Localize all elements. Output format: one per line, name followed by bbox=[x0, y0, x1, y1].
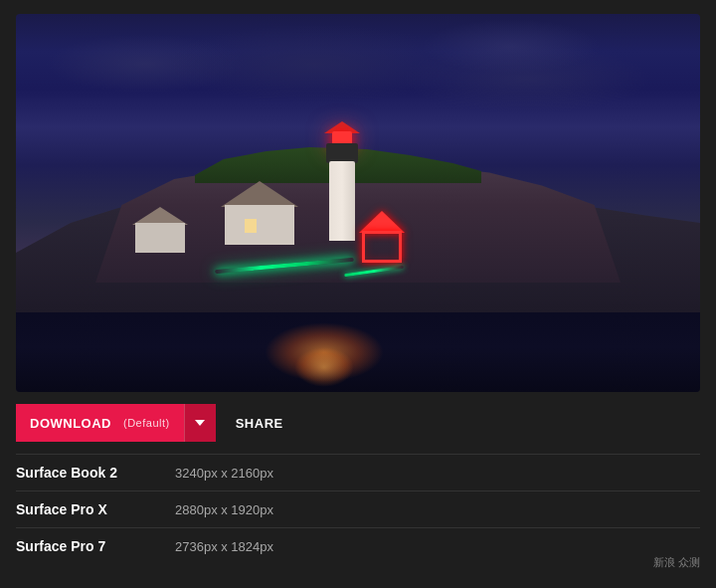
device-resolution-0: 3240px x 2160px bbox=[175, 466, 273, 481]
small-house bbox=[135, 208, 185, 253]
download-dropdown-button[interactable] bbox=[184, 404, 216, 442]
download-button-group: DOWNLOAD (Default) bbox=[16, 404, 216, 442]
device-resolution-2: 2736px x 1824px bbox=[175, 539, 273, 554]
download-option-row[interactable]: Surface Pro 7 2736px x 1824px bbox=[16, 527, 700, 564]
lighthouse-photo bbox=[16, 14, 700, 392]
download-options-list: Surface Book 2 3240px x 2160px Surface P… bbox=[16, 454, 700, 564]
red-outlined-house bbox=[362, 213, 402, 263]
main-house bbox=[225, 180, 294, 245]
water bbox=[16, 302, 700, 392]
download-button[interactable]: DOWNLOAD (Default) bbox=[16, 404, 184, 442]
download-option-row[interactable]: Surface Pro X 2880px x 1920px bbox=[16, 490, 700, 527]
device-name-1: Surface Pro X bbox=[16, 501, 175, 517]
device-name-2: Surface Pro 7 bbox=[16, 538, 175, 554]
watermark-text: 新浪 众测 bbox=[653, 555, 700, 570]
device-resolution-1: 2880px x 1920px bbox=[175, 502, 273, 517]
chevron-down-icon bbox=[195, 420, 205, 426]
download-option-row[interactable]: Surface Book 2 3240px x 2160px bbox=[16, 454, 700, 490]
action-bar: DOWNLOAD (Default) SHARE bbox=[16, 392, 700, 454]
download-default-label: (Default) bbox=[123, 417, 170, 429]
lighthouse-structure bbox=[324, 121, 360, 241]
watermark: 新浪 众测 bbox=[653, 555, 700, 570]
download-label: DOWNLOAD bbox=[30, 416, 111, 431]
device-name-0: Surface Book 2 bbox=[16, 465, 175, 481]
share-button[interactable]: SHARE bbox=[216, 404, 303, 442]
hero-image bbox=[16, 14, 700, 392]
share-label: SHARE bbox=[236, 416, 283, 431]
